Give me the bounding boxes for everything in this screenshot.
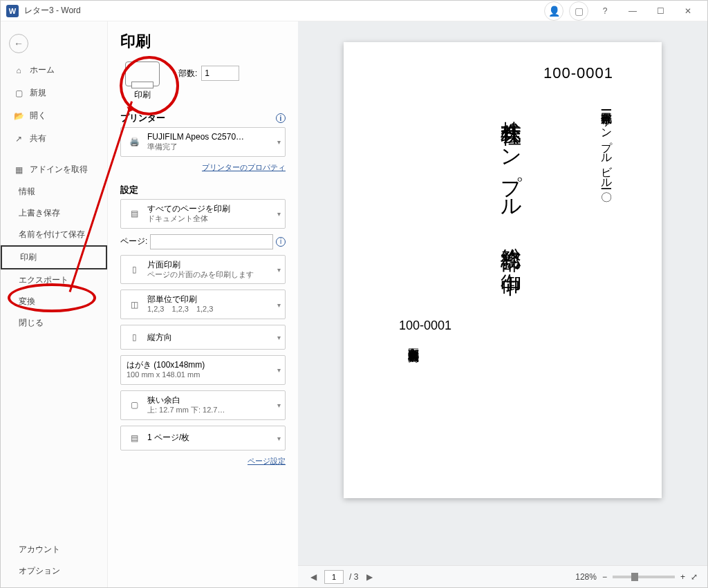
new-icon: ▢ xyxy=(13,88,24,98)
printer-status: 準備完了 xyxy=(147,142,244,152)
document-title: レター3 - Word xyxy=(24,5,81,17)
printer-properties-link[interactable]: プリンターのプロパティ xyxy=(120,162,286,173)
nav-addins[interactable]: ▦アドインを取得 xyxy=(1,158,107,181)
pages-label: ページ: xyxy=(120,236,147,247)
nav-new[interactable]: ▢新規 xyxy=(1,82,107,104)
nav-home-label: ホーム xyxy=(30,64,55,76)
zoom-slider[interactable] xyxy=(613,576,675,578)
print-range-dropdown[interactable]: ▤ すべてのページを印刷 ドキュメント全体 ▾ xyxy=(120,199,286,229)
info-icon[interactable]: i xyxy=(276,237,286,247)
zoom-in-button[interactable]: + xyxy=(680,572,685,582)
chevron-down-icon: ▾ xyxy=(277,434,281,442)
dest-address-line2: サンプルビル一〇一 xyxy=(599,108,613,183)
chevron-down-icon: ▾ xyxy=(277,334,281,341)
zoom-fit-button[interactable]: ⤢ xyxy=(691,572,698,582)
pages-icon: ▤ xyxy=(127,206,142,221)
copies-input[interactable] xyxy=(201,66,239,81)
nav-info[interactable]: 情報 xyxy=(1,181,107,202)
printer-icon xyxy=(125,61,160,86)
copies-label: 部数: xyxy=(178,68,197,79)
zoom-value: 128% xyxy=(575,572,597,582)
paper-size-dropdown[interactable]: はがき (100x148mm) 100 mm x 148.01 mm ▾ xyxy=(120,355,286,385)
collate-dropdown[interactable]: ◫ 部単位で印刷 1,2,3 1,2,3 1,2,3 ▾ xyxy=(120,290,286,319)
nav-share-label: 共有 xyxy=(30,133,46,144)
nav-save-label: 上書き保存 xyxy=(19,208,60,218)
zoom-out-button[interactable]: − xyxy=(602,572,607,582)
single-side-icon: ▯ xyxy=(127,262,142,277)
sender-block: 東京都新宿区九 田中商事株式会社 xyxy=(406,339,420,342)
nav-saveas[interactable]: 名前を付けて保存 xyxy=(1,224,107,245)
help-button[interactable]: ? xyxy=(591,1,619,21)
page-setup-link[interactable]: ページ設定 xyxy=(120,456,286,466)
printer-status-icon: 🖨️ xyxy=(127,134,142,149)
nav-options[interactable]: オプション xyxy=(1,560,107,582)
nav-convert[interactable]: 変換 xyxy=(1,291,107,312)
open-icon: 📂 xyxy=(13,111,24,121)
nav-new-label: 新規 xyxy=(30,87,46,99)
next-page-button[interactable]: ▶ xyxy=(364,572,375,582)
margins-icon: ▢ xyxy=(127,397,142,412)
maximize-button[interactable]: ☐ xyxy=(646,1,674,21)
back-button[interactable]: ← xyxy=(9,34,28,53)
printer-dropdown[interactable]: 🖨️ FUJIFILM Apeos C2570… 準備完了 ▾ xyxy=(120,127,286,157)
dest-postal: 100-0001 xyxy=(543,64,613,82)
ribbon-options-icon[interactable]: ▢ xyxy=(569,1,588,21)
preview-footer: ◀ / 3 ▶ 128% − + ⤢ xyxy=(298,565,707,587)
dest-address: 東京都千代田区一ー一 サンプルビル一〇一 xyxy=(599,104,613,183)
current-page-input[interactable] xyxy=(324,570,344,584)
minimize-button[interactable]: — xyxy=(619,1,646,21)
margins-l2: 上: 12.7 mm 下: 12.7… xyxy=(147,406,225,415)
nav-info-label: 情報 xyxy=(19,187,35,196)
print-panel: 印刷 印刷 部数: プリンター i 🖨️ FUJIFILM Apeos C257… xyxy=(108,21,298,587)
info-icon[interactable]: i xyxy=(276,113,286,123)
nav-convert-label: 変換 xyxy=(19,296,35,306)
user-icon[interactable]: 👤 xyxy=(544,1,563,21)
chevron-down-icon: ▾ xyxy=(277,210,281,218)
nav-open-label: 開く xyxy=(30,110,46,122)
backstage-nav: ← ⌂ホーム ▢新規 📂開く ↗共有 ▦アドインを取得 情報 上書き保存 名前を… xyxy=(1,21,108,587)
nav-account-label: アカウント xyxy=(19,544,60,554)
sides-dropdown[interactable]: ▯ 片面印刷 ページの片面のみを印刷します ▾ xyxy=(120,255,286,285)
printer-section-heading: プリンター xyxy=(120,112,165,124)
page-total: / 3 xyxy=(349,572,358,582)
nav-close-label: 閉じる xyxy=(19,318,44,328)
nav-close[interactable]: 閉じる xyxy=(1,312,107,334)
prev-page-button[interactable]: ◀ xyxy=(308,572,319,582)
nav-print-label: 印刷 xyxy=(20,252,37,262)
orientation-dropdown[interactable]: ▯ 縦方向 ▾ xyxy=(120,325,286,350)
pages-per-sheet-dropdown[interactable]: ▤ 1 ページ/枚 ▾ xyxy=(120,426,286,451)
nav-export[interactable]: エクスポート xyxy=(1,269,107,291)
nav-home[interactable]: ⌂ホーム xyxy=(1,59,107,82)
preview-page: 100-0001 東京都千代田区一ー一 サンプルビル一〇一 株式会社サンプル 総… xyxy=(344,42,662,498)
nav-export-label: エクスポート xyxy=(19,275,68,285)
home-icon: ⌂ xyxy=(13,66,24,75)
collate-l2: 1,2,3 1,2,3 1,2,3 xyxy=(147,305,213,314)
margins-dropdown[interactable]: ▢ 狭い余白 上: 12.7 mm 下: 12.7… ▾ xyxy=(120,390,286,420)
sender-postal: 100-0001 xyxy=(399,319,451,333)
nav-account[interactable]: アカウント xyxy=(1,539,107,560)
print-range-l1: すべてのページを印刷 xyxy=(147,204,230,214)
print-preview: 100-0001 東京都千代田区一ー一 サンプルビル一〇一 株式会社サンプル 総… xyxy=(298,21,707,587)
addins-icon: ▦ xyxy=(13,165,24,175)
nav-share[interactable]: ↗共有 xyxy=(1,127,107,150)
collate-l1: 部単位で印刷 xyxy=(147,294,213,305)
chevron-down-icon: ▾ xyxy=(277,138,281,146)
portrait-icon: ▯ xyxy=(127,330,142,345)
print-range-l2: ドキュメント全体 xyxy=(147,214,230,224)
paper-l2: 100 mm x 148.01 mm xyxy=(127,370,205,380)
chevron-down-icon: ▾ xyxy=(277,265,281,273)
chevron-down-icon: ▾ xyxy=(277,366,281,374)
margins-l1: 狭い余白 xyxy=(147,395,225,406)
nav-save[interactable]: 上書き保存 xyxy=(1,202,107,224)
chevron-down-icon: ▾ xyxy=(277,401,281,409)
print-button[interactable]: 印刷 xyxy=(120,61,165,101)
share-icon: ↗ xyxy=(13,134,24,144)
sides-l1: 片面印刷 xyxy=(147,260,254,270)
dest-name: 株式会社サンプル 総務部 御中 xyxy=(499,104,523,260)
nav-open[interactable]: 📂開く xyxy=(1,104,107,127)
close-button[interactable]: ✕ xyxy=(674,1,702,21)
nav-print[interactable]: 印刷 xyxy=(1,245,107,269)
chevron-down-icon: ▾ xyxy=(277,301,281,308)
pages-input[interactable] xyxy=(150,234,273,249)
per-sheet-label: 1 ページ/枚 xyxy=(147,433,189,443)
